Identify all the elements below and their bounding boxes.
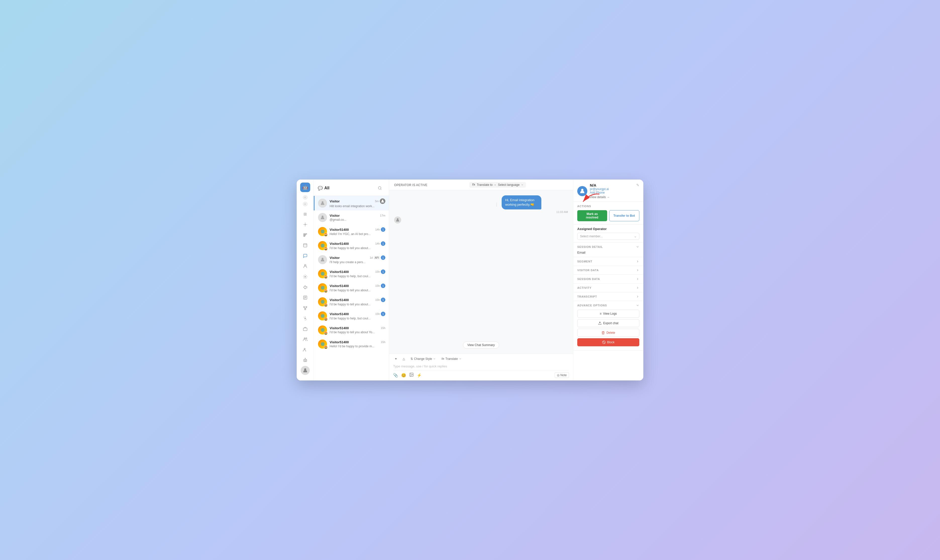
operator-status: OPERATOR IS ACTIVE xyxy=(394,183,427,187)
list-item[interactable]: Visitor 1d API 1 I'll help you create a … xyxy=(314,252,389,267)
chevron-right-icon xyxy=(636,286,639,289)
search-button[interactable] xyxy=(375,183,385,193)
sidebar-expand-btn[interactable]: › xyxy=(303,202,308,206)
right-panel-header: N/A pr@yourgpt.ai Add Phone View details… xyxy=(573,180,643,202)
list-item[interactable]: 🌐 🇮🇳 Visitor51400 15h 1 I'd be happy to … xyxy=(314,309,389,323)
chat-items-list: Visitor 5m Hilt looks email integration … xyxy=(314,196,389,380)
transfer-to-bot-button[interactable]: Transfer to Bot xyxy=(609,210,640,221)
select-member-dropdown[interactable]: Select member... ⌄ xyxy=(577,233,639,240)
delete-button[interactable]: Delete xyxy=(577,329,639,337)
change-style-button[interactable]: ⇅ Change Style xyxy=(409,356,437,362)
chat-input[interactable] xyxy=(393,363,569,369)
edit-icon[interactable]: ✎ xyxy=(636,183,639,187)
chat-item-content: Visitor51400 15h 1 I'd be happy to help,… xyxy=(329,312,385,320)
svg-line-12 xyxy=(304,308,305,309)
select-wrapper: Select member... ⌄ xyxy=(577,233,639,240)
svg-point-16 xyxy=(304,338,305,339)
sidebar-item-settings[interactable] xyxy=(300,272,310,282)
svg-line-27 xyxy=(381,189,382,189)
sidebar-item-bot[interactable] xyxy=(300,355,310,365)
chat-toolbar: ✦ △ ⇅ Change Style Translate xyxy=(393,356,569,362)
list-item[interactable]: 🌐 🇮🇳 Visitor51400 14h 1 Hello! I'm YGC, … xyxy=(314,225,389,238)
chat-item-content: Visitor51400 15h Hello! I'd be happy to … xyxy=(329,340,385,348)
visitor-data-section[interactable]: VISITOR DATA xyxy=(573,266,643,275)
sidebar-item-broadcast[interactable] xyxy=(300,220,310,229)
list-item[interactable]: Visitor 5m Hilt looks email integration … xyxy=(314,196,389,211)
svg-rect-1 xyxy=(303,244,307,247)
right-panel: N/A pr@yourgpt.ai Add Phone View details… xyxy=(573,180,643,380)
sidebar-collapse-btn[interactable]: ‹ xyxy=(303,195,308,200)
emoji-icon[interactable]: 😊 xyxy=(401,373,406,378)
export-chat-button[interactable]: Export chat xyxy=(577,319,639,327)
chevron-down-icon xyxy=(521,183,523,186)
export-icon xyxy=(598,322,602,325)
sidebar-item-chats[interactable] xyxy=(300,251,310,261)
chat-item-avatar: 🌐 🇮🇳 xyxy=(318,269,327,278)
translate-button[interactable]: Translate xyxy=(440,356,463,362)
sidebar-item-briefcase[interactable] xyxy=(300,324,310,334)
segment-section[interactable]: SEGMENT xyxy=(573,257,643,266)
assigned-operator-section: Assigned Operator Select member... ⌄ xyxy=(573,225,643,243)
chat-item-avatar xyxy=(318,255,327,264)
image-icon[interactable] xyxy=(409,372,414,378)
session-data-section[interactable]: SESSION DATA xyxy=(573,275,643,283)
sidebar-item-dashboard[interactable]: ⊞ xyxy=(300,209,310,219)
svg-point-26 xyxy=(378,186,381,189)
sidebar-item-team[interactable] xyxy=(300,334,310,344)
attach-icon[interactable]: 📎 xyxy=(393,373,398,378)
sidebar: 🤖 ‹ › ⊞ xyxy=(297,180,314,380)
list-item[interactable]: 🌐 🇮🇳 Visitor51400 15h 1 I'd be happy to … xyxy=(314,295,389,309)
list-item[interactable]: 🌐 🇮🇳 Visitor51400 15h Hello! I'd be happ… xyxy=(314,337,389,351)
user-avatar[interactable] xyxy=(301,366,310,375)
sidebar-item-settings2[interactable] xyxy=(300,314,310,323)
translate-btn-icon xyxy=(441,357,445,361)
sparkle-button[interactable]: ✦ xyxy=(393,356,398,362)
list-item[interactable]: 🌐 🇮🇳 Visitor51400 14h 1 I'd be happy to … xyxy=(314,238,389,252)
view-details-link[interactable]: View details → xyxy=(590,195,610,199)
triangle-icon: △ xyxy=(403,357,405,361)
sidebar-item-contacts[interactable] xyxy=(300,262,310,271)
bolt-icon[interactable]: ⚡ xyxy=(417,373,422,378)
list-item[interactable]: 🌐 🇮🇳 Visitor51400 15h I'd be happy to te… xyxy=(314,323,389,337)
list-item[interactable]: Visitor 17m @gmail.co... xyxy=(314,211,389,225)
transcript-section[interactable]: TRANSCRIPT xyxy=(573,292,643,301)
sidebar-logo[interactable]: 🤖 xyxy=(300,183,310,192)
chat-icon: 💬 xyxy=(318,186,323,191)
session-detail-section[interactable]: SESSION DETAIL Email xyxy=(573,243,643,257)
triangle-button[interactable]: △ xyxy=(401,356,406,362)
svg-point-3 xyxy=(305,265,306,266)
advance-options-header[interactable]: ADVANCE OPTIONS xyxy=(577,304,639,307)
svg-point-9 xyxy=(303,306,305,308)
view-logs-button[interactable]: ≡ View Logs xyxy=(577,310,639,318)
list-item[interactable]: 🌐 🇮🇳 Visitor51400 15h 1 I'd be happy to … xyxy=(314,281,389,295)
session-data-header: SESSION DATA xyxy=(577,277,639,281)
segment-header: SEGMENT xyxy=(577,260,639,263)
svg-line-13 xyxy=(305,308,306,309)
view-chat-summary-button[interactable]: View Chat Summary xyxy=(463,342,499,349)
chevron-right-icon xyxy=(636,277,639,281)
block-button[interactable]: Block xyxy=(577,338,639,346)
chat-main: OPERATOR IS ACTIVE Translate to → Select… xyxy=(389,180,573,380)
list-item[interactable]: 🌐 🇮🇳 Visitor51400 15h 1 I'd be happy to … xyxy=(314,267,389,281)
mark-as-resolved-button[interactable]: Mark as resolved xyxy=(577,210,607,221)
translate-bar[interactable]: Translate to → Select language xyxy=(469,182,526,188)
svg-point-0 xyxy=(305,224,306,225)
sidebar-item-team2[interactable] xyxy=(300,345,310,355)
activity-section[interactable]: ACTIVITY xyxy=(573,283,643,292)
chat-item-avatar xyxy=(318,213,327,222)
svg-point-21 xyxy=(305,358,305,358)
sidebar-item-campaigns[interactable] xyxy=(300,230,310,240)
transcript-header: TRANSCRIPT xyxy=(577,295,639,298)
sidebar-item-inbox[interactable] xyxy=(300,241,310,250)
sidebar-item-notes[interactable] xyxy=(300,293,310,302)
chevron-down-icon xyxy=(636,245,639,249)
note-button[interactable]: ◎ Note xyxy=(555,372,569,378)
message-options-icon[interactable]: ⋮ xyxy=(494,201,500,208)
actions-title: ACTIONS xyxy=(577,205,639,208)
receiver-avatar xyxy=(394,217,401,223)
message-bubble-sent: Hi, Email integration working perfectly.… xyxy=(502,195,568,214)
sidebar-item-flows[interactable] xyxy=(300,303,310,313)
svg-point-23 xyxy=(305,360,306,361)
sidebar-item-return[interactable] xyxy=(300,283,310,292)
svg-point-10 xyxy=(306,306,307,308)
